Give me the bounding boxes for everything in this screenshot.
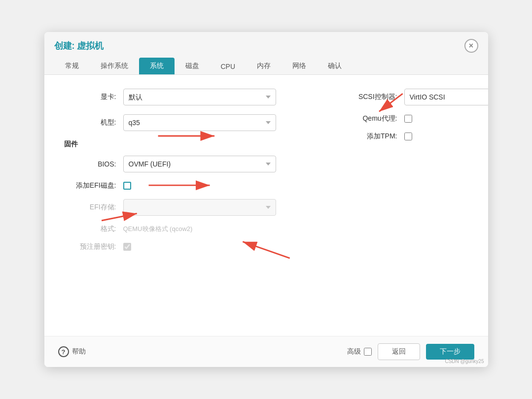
add-efi-label: 添加EFI磁盘: <box>64 181 123 190</box>
scsi-select[interactable]: VirtIO SCSI <box>404 89 488 105</box>
advanced-row: 高级 <box>347 347 372 356</box>
tab-os[interactable]: 操作系统 <box>90 58 139 74</box>
dialog-header: 创建: 虚拟机 × 常规 操作系统 系统 磁盘 CPU 内存 网络 确认 <box>44 32 488 75</box>
machine-select[interactable]: q35 <box>123 114 276 131</box>
qemu-proxy-label: Qemu代理: <box>350 114 404 123</box>
help-button[interactable]: ? 帮助 <box>58 346 86 357</box>
bios-label: BIOS: <box>64 160 123 168</box>
firmware-section-title: 固件 <box>64 140 78 148</box>
pre-enroll-row: 预注册密钥: <box>64 242 340 251</box>
tab-network[interactable]: 网络 <box>282 58 317 74</box>
add-efi-checkbox[interactable] <box>123 182 131 190</box>
format-row: 格式: QEMU映像格式 (qcow2) <box>64 225 340 233</box>
format-value: QEMU映像格式 (qcow2) <box>123 225 193 233</box>
help-label: 帮助 <box>72 347 86 356</box>
display-label: 显卡: <box>64 93 123 101</box>
qemu-proxy-row: Qemu代理: <box>350 114 488 123</box>
display-select[interactable]: 默认 <box>123 89 276 105</box>
add-tpm-row: 添加TPM: <box>350 132 488 141</box>
close-button[interactable]: × <box>464 39 478 53</box>
scsi-label: SCSI控制器: <box>350 93 404 101</box>
bios-select[interactable]: OVMF (UEFI) <box>123 156 276 172</box>
watermark: CSDN @gunky25 <box>445 359 484 364</box>
tab-general[interactable]: 常规 <box>54 58 90 74</box>
tab-confirm[interactable]: 确认 <box>317 58 353 74</box>
machine-row: 机型: q35 <box>64 114 340 131</box>
display-row: 显卡: 默认 <box>64 89 340 105</box>
pre-enroll-label: 预注册密钥: <box>64 242 123 251</box>
left-pane: 显卡: 默认 机型: q35 固件 BIO <box>64 89 340 260</box>
machine-label: 机型: <box>64 118 123 127</box>
scsi-row: SCSI控制器: VirtIO SCSI <box>350 89 488 105</box>
efi-storage-row: EFI存储: <box>64 199 340 216</box>
add-efi-row: 添加EFI磁盘: <box>64 181 340 190</box>
bios-row: BIOS: OVMF (UEFI) <box>64 156 340 172</box>
back-button[interactable]: 返回 <box>378 343 420 360</box>
efi-storage-label: EFI存储: <box>64 203 123 212</box>
format-label: 格式: <box>64 225 123 233</box>
right-pane: SCSI控制器: VirtIO SCSI Qemu代理: 添加TPM: <box>340 89 488 150</box>
dialog-title: 创建: 虚拟机 <box>54 40 104 52</box>
advanced-checkbox[interactable] <box>364 348 372 356</box>
tab-disk[interactable]: 磁盘 <box>175 58 210 74</box>
dialog-footer: ? 帮助 高级 返回 下一步 <box>44 336 488 367</box>
dialog-body: 显卡: 默认 机型: q35 固件 BIO <box>44 75 488 336</box>
advanced-label: 高级 <box>347 347 361 356</box>
create-vm-dialog: 创建: 虚拟机 × 常规 操作系统 系统 磁盘 CPU 内存 网络 确认 显卡:… <box>44 32 488 367</box>
tab-system[interactable]: 系统 <box>139 58 175 74</box>
add-tpm-label: 添加TPM: <box>350 132 404 141</box>
qemu-proxy-checkbox[interactable] <box>404 115 412 123</box>
add-tpm-checkbox[interactable] <box>404 133 412 140</box>
help-icon: ? <box>58 346 69 357</box>
tab-bar: 常规 操作系统 系统 磁盘 CPU 内存 网络 确认 <box>54 58 478 74</box>
tab-cpu[interactable]: CPU <box>210 59 247 74</box>
tab-memory[interactable]: 内存 <box>246 58 282 74</box>
pre-enroll-checkbox[interactable] <box>123 243 131 251</box>
next-button[interactable]: 下一步 <box>426 344 474 360</box>
efi-storage-select[interactable] <box>123 199 276 216</box>
